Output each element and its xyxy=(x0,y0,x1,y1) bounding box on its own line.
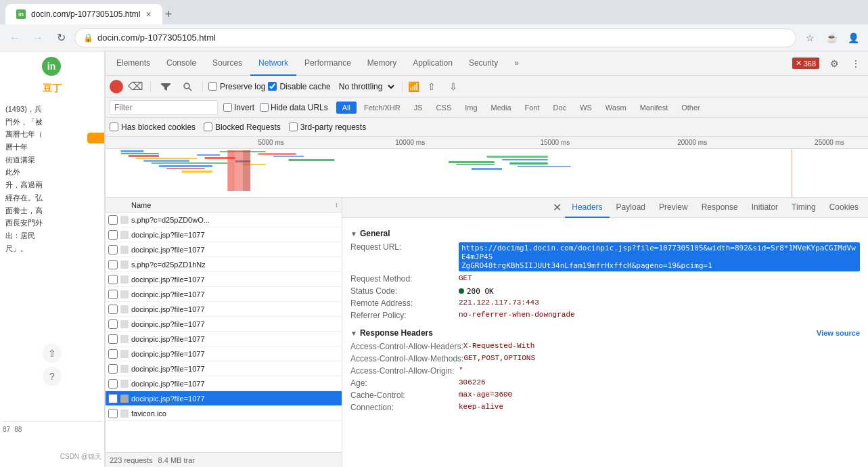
type-fetch-xhr[interactable]: Fetch/XHR xyxy=(358,102,407,114)
request-checkbox[interactable] xyxy=(108,245,118,254)
search-icon-button[interactable] xyxy=(178,77,197,96)
type-js[interactable]: JS xyxy=(408,102,429,114)
tab-elements[interactable]: Elements xyxy=(108,51,158,76)
clear-button[interactable]: ⌫ xyxy=(126,77,145,96)
request-checkbox[interactable] xyxy=(108,290,118,299)
invert-input[interactable] xyxy=(223,103,232,112)
question-button[interactable]: ? xyxy=(43,367,62,386)
disable-cache-input[interactable] xyxy=(268,82,277,91)
request-row[interactable]: docinpic.jsp?file=1077 xyxy=(106,332,342,347)
has-blocked-cookies[interactable]: Has blocked cookies xyxy=(110,123,196,132)
error-badge[interactable]: ✕ 368 xyxy=(792,58,819,69)
tab-cookies[interactable]: Cookies xyxy=(823,198,865,218)
blocked-requests[interactable]: Blocked Requests xyxy=(204,123,281,132)
third-party-requests[interactable]: 3rd-party requests xyxy=(289,123,366,132)
type-all[interactable]: All xyxy=(336,102,357,114)
address-bar[interactable]: 🔒 docin.com/p-1077305105.html xyxy=(74,28,796,47)
forward-button[interactable]: → xyxy=(28,28,47,47)
type-manifest[interactable]: Manifest xyxy=(634,102,675,114)
selected-request-row[interactable]: docinpic.jsp?file=1077 xyxy=(106,391,342,406)
response-headers-section-header[interactable]: ▼ Response Headers View source xyxy=(350,328,860,338)
tab-response[interactable]: Response xyxy=(695,198,745,218)
request-row[interactable]: docinpic.jsp?file=1077 xyxy=(106,376,342,391)
request-row[interactable]: s.php?c=d25pZD0wO... xyxy=(106,213,342,227)
blocked-requests-input[interactable] xyxy=(204,123,212,131)
request-checkbox[interactable] xyxy=(108,215,118,225)
request-row[interactable]: docinpic.jsp?file=1077 xyxy=(106,272,342,287)
tab-preview[interactable]: Preview xyxy=(652,198,695,218)
record-button[interactable] xyxy=(110,80,123,93)
filter-input[interactable] xyxy=(110,100,218,115)
request-row[interactable]: docinpic.jsp?file=1077 xyxy=(106,317,342,332)
type-media[interactable]: Media xyxy=(485,102,518,114)
bookmark-button[interactable]: ☆ xyxy=(800,28,819,47)
hide-data-urls-input[interactable] xyxy=(260,103,269,112)
back-button[interactable]: ← xyxy=(5,28,24,47)
throttle-select[interactable]: No throttling xyxy=(334,81,396,92)
request-checkbox[interactable] xyxy=(108,379,118,388)
request-checkbox[interactable] xyxy=(108,409,118,418)
type-css[interactable]: CSS xyxy=(430,102,458,114)
close-tab-button[interactable]: × xyxy=(145,9,151,20)
request-checkbox[interactable] xyxy=(108,349,118,359)
request-row[interactable]: docinpic.jsp?file=1077 xyxy=(106,302,342,317)
request-checkbox[interactable] xyxy=(108,334,118,344)
type-ws[interactable]: WS xyxy=(574,102,598,114)
tab-console[interactable]: Console xyxy=(158,51,204,76)
type-img[interactable]: Img xyxy=(459,102,483,114)
import-button[interactable]: ⇧ xyxy=(422,77,441,96)
filter-icon-button[interactable] xyxy=(156,77,175,96)
request-checkbox[interactable] xyxy=(108,394,118,403)
hide-data-urls-checkbox[interactable]: Hide data URLs xyxy=(260,103,328,112)
reload-button[interactable]: ↻ xyxy=(51,28,70,47)
request-row[interactable]: docinpic.jsp?file=1077 xyxy=(106,227,342,242)
tab-network[interactable]: Network xyxy=(250,51,296,76)
detail-close-button[interactable]: ✕ xyxy=(549,200,565,216)
request-row[interactable]: s.php?c=d25pZD1hNz xyxy=(106,257,342,272)
more-options-button[interactable]: ⋮ xyxy=(846,54,865,73)
tab-headers[interactable]: Headers xyxy=(565,198,609,218)
request-checkbox[interactable] xyxy=(108,364,118,374)
request-row[interactable]: favicon.ico xyxy=(106,406,342,421)
profile-button[interactable]: 👤 xyxy=(844,28,863,47)
up-button[interactable]: ⇧ xyxy=(43,344,62,363)
request-row[interactable]: docinpic.jsp?file=1077 xyxy=(106,242,342,257)
invert-checkbox[interactable]: Invert xyxy=(223,103,254,112)
preserve-log-input[interactable] xyxy=(208,82,217,91)
request-checkbox[interactable] xyxy=(108,260,118,269)
disable-cache-checkbox[interactable]: Disable cache xyxy=(268,82,330,91)
tab-security[interactable]: Security xyxy=(461,51,506,76)
share-button[interactable]: 分享 xyxy=(87,133,104,143)
request-checkbox[interactable] xyxy=(108,305,118,314)
request-checkbox[interactable] xyxy=(108,275,118,284)
tab-timing[interactable]: Timing xyxy=(785,198,823,218)
request-row[interactable]: docinpic.jsp?file=1077 xyxy=(106,361,342,376)
settings-button[interactable]: ⚙ xyxy=(825,54,844,73)
general-section-header[interactable]: ▼ General xyxy=(350,229,860,238)
tab-memory[interactable]: Memory xyxy=(359,51,405,76)
type-other[interactable]: Other xyxy=(675,102,706,114)
tab-performance[interactable]: Performance xyxy=(296,51,359,76)
svg-rect-5 xyxy=(136,158,197,159)
column-resize[interactable]: ↕ xyxy=(335,201,339,208)
extensions-button[interactable]: ☕ xyxy=(822,28,841,47)
preserve-log-checkbox[interactable]: Preserve log xyxy=(208,82,265,91)
type-doc[interactable]: Doc xyxy=(547,102,573,114)
request-row[interactable]: docinpic.jsp?file=1077 xyxy=(106,287,342,302)
tab-sources[interactable]: Sources xyxy=(204,51,250,76)
type-wasm[interactable]: Wasm xyxy=(599,102,633,114)
tab-payload[interactable]: Payload xyxy=(610,198,652,218)
new-tab-button[interactable]: + xyxy=(162,5,175,24)
has-blocked-cookies-input[interactable] xyxy=(110,123,118,131)
tab-initiator[interactable]: Initiator xyxy=(745,198,785,218)
view-source-link[interactable]: View source xyxy=(817,329,860,337)
export-button[interactable]: ⇩ xyxy=(444,77,463,96)
request-row[interactable]: docinpic.jsp?file=1077 xyxy=(106,347,342,361)
request-checkbox[interactable] xyxy=(108,230,118,240)
tab-application[interactable]: Application xyxy=(405,51,461,76)
request-checkbox[interactable] xyxy=(108,319,118,329)
third-party-input[interactable] xyxy=(289,123,298,131)
active-tab[interactable]: in docin.com/p-1077305105.html × xyxy=(5,4,162,24)
type-font[interactable]: Font xyxy=(519,102,546,114)
tab-more[interactable]: » xyxy=(506,51,527,76)
